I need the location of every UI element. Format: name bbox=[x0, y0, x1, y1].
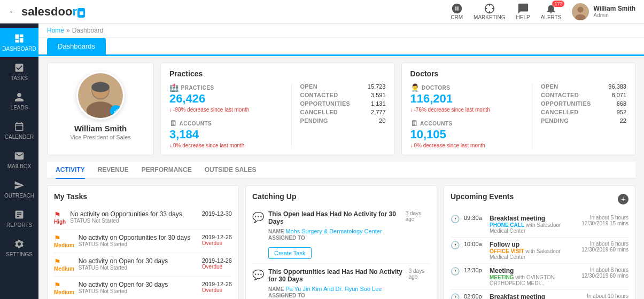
user-profile-nav[interactable]: William Smith Admin bbox=[572, 3, 635, 20]
practices-right-stats: OPEN 15,723 CONTACTED 3,591 OPPORTUNITIE… bbox=[300, 83, 386, 148]
user-role-nav: Admin bbox=[593, 12, 635, 18]
event-type-2: OFFICE VISIT bbox=[490, 248, 524, 254]
tab-revenue[interactable]: REVENUE bbox=[98, 162, 129, 179]
sidebar-item-reports[interactable]: REPORTS bbox=[0, 204, 38, 233]
open-row-p: OPEN 15,723 bbox=[300, 83, 386, 90]
sidebar-item-dashboard[interactable]: DASHBOARD bbox=[0, 28, 38, 57]
create-task-button-1[interactable]: Create Task bbox=[268, 247, 312, 259]
practices-change: ↓-90% decrease since last month bbox=[169, 107, 283, 113]
pending-row-d: PENDING 22 bbox=[541, 117, 626, 124]
task-flag-high: ⚑ High bbox=[54, 210, 66, 225]
event-time-2: 10:00a bbox=[464, 241, 485, 247]
sidebar-item-tasks[interactable]: TASKS bbox=[0, 57, 38, 86]
doctors-change: ↓-76% decrease since last month bbox=[410, 107, 524, 113]
user-avatar-nav bbox=[572, 3, 589, 20]
back-button[interactable]: ← bbox=[9, 7, 17, 17]
catching-content-1: This Open lead Has Had No Activity for 3… bbox=[268, 210, 430, 259]
sidebar-item-outreach[interactable]: OUTREACH bbox=[0, 175, 38, 204]
cancelled-row-d: CANCELLED 952 bbox=[541, 109, 626, 115]
task-date-3: 2019-12-26 Overdue bbox=[202, 257, 232, 270]
sidebar-label-leads: LEADS bbox=[11, 105, 28, 111]
task-item: ⚑ Medium No activity on Open for 30 days… bbox=[54, 253, 232, 277]
add-event-button[interactable]: + bbox=[618, 194, 629, 204]
practices-label: 🏥 PRACTICES bbox=[169, 83, 283, 92]
catching-up-panel: Catching Up 💬 This Open lead Has Had No … bbox=[245, 185, 437, 299]
sidebar-item-leads[interactable]: LEADS bbox=[0, 86, 38, 116]
app-logo: salesdoor■ bbox=[21, 5, 85, 19]
tab-outside-sales[interactable]: OUTSIDE SALES bbox=[205, 162, 257, 179]
breadcrumb-current: Dashboard bbox=[72, 27, 104, 34]
doctors-section: Doctors 👨‍⚕️ DOCTORS 116,201 ↓-76% decre… bbox=[401, 62, 636, 155]
marketing-nav-item[interactable]: MARKETING bbox=[474, 3, 505, 20]
event-details-2: Follow up OFFICE VISIT with Salesdoor Me… bbox=[490, 241, 571, 260]
breadcrumb-separator: » bbox=[66, 27, 70, 34]
event-item-3: 🕐 12:30p Meeting MEETING with OVINGTON O… bbox=[451, 264, 629, 290]
accounts-change-p: ↓0% decrease since last month bbox=[169, 143, 283, 148]
tab-bar: Dashboards bbox=[38, 38, 644, 56]
opportunities-row-p: OPPORTUNITIES 1,131 bbox=[300, 100, 386, 107]
sidebar-label-dashboard: DASHBOARD bbox=[2, 46, 36, 52]
task-date-1: 2019-12-30 bbox=[202, 210, 232, 217]
task-status-4: STATUS Not Started bbox=[79, 288, 198, 294]
sidebar-item-mailbox[interactable]: MAILBOX bbox=[0, 145, 38, 175]
contacted-row-p: CONTACTED 3,591 bbox=[300, 92, 386, 98]
profile-badge-icon: ✓ bbox=[110, 105, 122, 117]
svg-point-1 bbox=[578, 6, 584, 12]
top-navigation: ← salesdoor■ CRM MARKETING HELP 172 ALER… bbox=[0, 0, 644, 23]
crm-nav-item[interactable]: CRM bbox=[451, 3, 463, 20]
event-title-4: Breakfast meeting bbox=[490, 293, 571, 299]
event-item-2: 🕐 10:00a Follow up OFFICE VISIT with Sal… bbox=[451, 238, 629, 264]
task-item: ⚑ Medium No activity on Open for 30 days… bbox=[54, 277, 232, 299]
practices-section: Practices 🏥 PRACTICES 26,426 ↓-90% decre… bbox=[160, 62, 395, 155]
breadcrumb-home[interactable]: Home bbox=[47, 27, 64, 34]
event-details-3: Meeting MEETING with OVINGTON ORTHOPEDIC… bbox=[490, 267, 571, 286]
sidebar-label-tasks: TASKS bbox=[11, 75, 28, 81]
event-time-1: 09:30a bbox=[464, 215, 485, 221]
event-item-1: 🕐 09:30a Breakfast meeting PHONE CALL wi… bbox=[451, 211, 629, 238]
event-title-2: Follow up bbox=[490, 241, 571, 248]
help-label: HELP bbox=[516, 14, 530, 20]
svg-point-7 bbox=[91, 82, 110, 92]
event-type-3: MEETING bbox=[490, 274, 514, 280]
marketing-label: MARKETING bbox=[474, 14, 505, 20]
sidebar-item-settings[interactable]: SETTINGS bbox=[0, 233, 38, 263]
task-flag-medium-2: ⚑ Medium bbox=[54, 257, 74, 272]
create-task-wrapper-1: Create Task bbox=[268, 244, 430, 259]
accounts-value-d: 10,105 bbox=[410, 128, 524, 141]
divider-d bbox=[532, 83, 532, 148]
tab-activity[interactable]: ACTIVITY bbox=[56, 162, 85, 179]
profile-name: William Smith bbox=[74, 124, 127, 133]
help-nav-item[interactable]: HELP bbox=[516, 3, 530, 20]
sidebar-label-calender: CALENDER bbox=[5, 134, 34, 140]
doctors-stats: 👨‍⚕️ DOCTORS 116,201 ↓-76% decrease sinc… bbox=[410, 83, 627, 148]
catching-icon-1: 💬 bbox=[252, 210, 264, 259]
alerts-nav-item[interactable]: 172 ALERTS bbox=[541, 3, 562, 20]
task-name-3: No activity on Open for 30 days bbox=[79, 257, 198, 265]
breadcrumb: Home » Dashboard bbox=[38, 23, 644, 38]
practices-count: 🏥 PRACTICES 26,426 ↓-90% decrease since … bbox=[169, 83, 283, 148]
event-title-3: Meeting bbox=[490, 267, 571, 274]
task-item: ⚑ High No activity on Opportunities for … bbox=[54, 206, 232, 230]
three-col-layout: My Tasks ⚑ High No activity on Opportuni… bbox=[47, 185, 635, 299]
nav-left: ← salesdoor■ bbox=[9, 5, 85, 19]
sidebar-label-settings: SETTINGS bbox=[6, 251, 33, 257]
doctors-title: Doctors bbox=[410, 69, 627, 78]
alerts-badge: 172 bbox=[552, 1, 564, 7]
event-item-4: 🕐 02:00p Breakfast meeting CONFERENCE wi… bbox=[451, 290, 629, 299]
task-status-3: STATUS Not Started bbox=[79, 265, 198, 271]
divider-p bbox=[291, 83, 292, 148]
alerts-label: ALERTS bbox=[541, 14, 562, 20]
upcoming-events-title: Upcoming Events bbox=[451, 192, 514, 201]
sidebar-item-calender[interactable]: CALENDER bbox=[0, 116, 38, 145]
event-right-4: In about 10 hours 12/30/2019 35 mins bbox=[575, 293, 629, 299]
profile-title: Vice President of Sales bbox=[70, 134, 131, 140]
opportunities-row-d: OPPORTUNITIES 668 bbox=[541, 100, 626, 107]
main-content: Home » Dashboard Dashboards bbox=[38, 23, 644, 299]
tab-performance[interactable]: PERFORMANCE bbox=[142, 162, 192, 179]
user-name-nav: William Smith bbox=[593, 5, 635, 12]
task-name-2: No activity on Opportunities for 30 days bbox=[79, 234, 198, 241]
tab-dashboards[interactable]: Dashboards bbox=[47, 38, 106, 54]
catching-assigned-2: ASSIGNED TO bbox=[268, 293, 430, 298]
task-name-4: No activity on Open for 30 days bbox=[79, 281, 198, 288]
event-time-4: 02:00p bbox=[464, 293, 485, 299]
